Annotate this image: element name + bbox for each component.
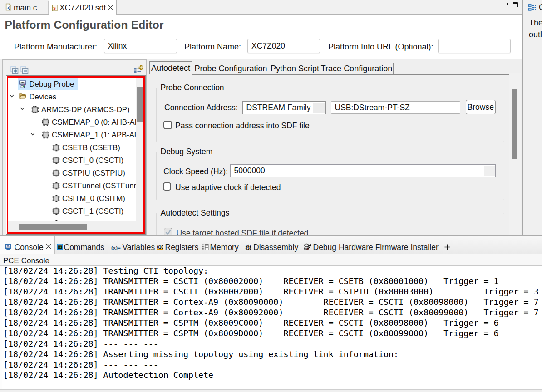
connection-address-label: Connection Address: xyxy=(164,103,238,113)
add-item-icon[interactable] xyxy=(133,65,143,74)
tree-vscroll-thumb[interactable] xyxy=(137,87,143,122)
tree-item-label: Devices xyxy=(30,92,60,103)
tree-item-label: CSETB (CSETB) xyxy=(62,142,124,153)
chip-icon xyxy=(42,118,49,126)
tree-item-CSITM_0[interactable]: CSITM_0 (CSITM) xyxy=(8,192,136,205)
tree-item-CSTFunnel[interactable]: CSTFunnel (CSTFunnel) xyxy=(8,179,136,192)
editor-tab-bar: .cmain.csXC7Z020.sdf xyxy=(0,0,522,15)
config-tab-Python-Script[interactable]: Python Script xyxy=(270,63,320,75)
tree-item-CSMEMAP_0[interactable]: CSMEMAP_0 (0: AHB-AP) xyxy=(8,116,136,128)
group-title: Probe Connection xyxy=(159,83,226,93)
tree-item-CSMEMAP_1[interactable]: CSMEMAP_1 (1: APB-AP) xyxy=(8,128,136,141)
collapse-all-icon[interactable] xyxy=(20,66,29,74)
tree-item-label: CSTPIU (CSTPIU) xyxy=(62,168,129,179)
form-input-2[interactable] xyxy=(438,39,511,53)
probe-connection-group: Probe Connection xyxy=(156,88,504,142)
device-tree: Debug ProbeDevicesARMCS-DP (ARMCS-DP)CSM… xyxy=(6,75,146,235)
chip-icon xyxy=(52,195,60,202)
editor-tab-label: XC7Z020.sdf xyxy=(59,3,106,13)
group-title: Debug System xyxy=(159,147,215,157)
tree-item-Debug[interactable]: Debug Probe xyxy=(8,78,136,90)
console-subtitle-strip: PCE Console xyxy=(0,254,542,266)
chip-icon xyxy=(52,157,60,164)
tree-item-label: CSMEMAP_1 (1: APB-AP) xyxy=(52,130,136,141)
tree-horizontal-scrollbar[interactable] xyxy=(8,221,138,233)
console-log-text: [18/02/24 14:26:28] Testing CTI topology… xyxy=(3,266,539,381)
tree-item-label: CSTFunnel (CSTFunnel) xyxy=(62,181,136,191)
tree-item-CSCTI_1[interactable]: CSCTI_1 (CSCTI) xyxy=(8,205,136,217)
console-bottom-scrollbar[interactable] xyxy=(0,389,542,392)
config-tab-Trace-Configuration[interactable]: Trace Configuration xyxy=(320,63,394,75)
group-title: Autodetect Settings xyxy=(159,208,232,218)
tree-item-CSETB[interactable]: CSETB (CSETB) xyxy=(8,141,136,154)
config-vertical-scrollbar[interactable] xyxy=(509,73,521,235)
browse-button[interactable]: Browse xyxy=(466,100,496,114)
minimize-icon[interactable] xyxy=(503,3,508,5)
probe-icon xyxy=(19,80,26,88)
outline-message-line1: There is no active editor that provides … xyxy=(529,18,542,28)
config-tab-Autodetect[interactable]: Autodetect xyxy=(149,61,192,74)
header-separator xyxy=(0,34,522,34)
svg-text:010: 010 xyxy=(157,245,163,250)
tree-item-label: Debug Probe xyxy=(30,79,78,90)
connection-family-combo[interactable]: DSTREAM Family xyxy=(242,101,326,114)
tree-item-ARMCS-DP[interactable]: ARMCS-DP (ARMCS-DP) xyxy=(8,103,136,116)
commands-icon xyxy=(57,244,63,250)
config-tab-Probe-Configuration[interactable]: Probe Configuration xyxy=(192,63,270,75)
svg-text:010: 010 xyxy=(246,247,251,250)
editor-tab-main.c[interactable]: .cmain.c xyxy=(1,1,49,14)
close-icon[interactable] xyxy=(46,244,51,249)
chevron-down-icon[interactable] xyxy=(10,94,14,98)
form-input-1[interactable]: XC7Z020 xyxy=(247,39,320,53)
console-tab-label: Commands xyxy=(64,243,104,252)
chevron-down-icon[interactable] xyxy=(20,107,25,110)
tree-item-label: ARMCS-DP (ARMCS-DP) xyxy=(41,104,133,115)
expand-all-icon[interactable] xyxy=(10,66,19,74)
console-tab-label: Registers xyxy=(165,243,199,252)
config-panel: AutodetectProbe ConfigurationPython Scri… xyxy=(149,59,521,235)
svg-text:s: s xyxy=(53,5,56,10)
sdf-file-icon: s xyxy=(52,5,58,11)
chevron-down-icon[interactable] xyxy=(30,132,35,136)
pass-address-checkbox[interactable] xyxy=(163,121,172,129)
chip-icon xyxy=(52,182,60,190)
console-tab-label: Memory xyxy=(210,243,239,252)
chip-icon xyxy=(52,144,60,152)
editor-header: Platform Configuration Editor Platform M… xyxy=(0,15,522,59)
page-title: Platform Configuration Editor xyxy=(5,19,164,31)
tree-item-Devices[interactable]: Devices xyxy=(8,90,136,103)
close-icon[interactable] xyxy=(108,5,113,10)
tree-item-CSTPIU[interactable]: CSTPIU (CSTPIU) xyxy=(8,167,136,179)
form-input-0[interactable]: Xilinx xyxy=(104,39,177,53)
tree-item-label: CSCTI_0 (CSCTI) xyxy=(62,155,127,166)
console-text-area[interactable]: [18/02/24 14:26:28] Testing CTI topology… xyxy=(0,266,542,389)
chip-icon xyxy=(31,106,39,113)
config-vscroll-thumb[interactable] xyxy=(512,89,517,159)
form-input-value: Xilinx xyxy=(108,41,127,51)
console-tab-label: Debug Hardware Firmware Installer xyxy=(313,243,439,252)
registers-icon: 010 xyxy=(157,245,163,250)
adaptive-clock-checkbox[interactable] xyxy=(163,182,171,191)
outline-title: Outline xyxy=(539,3,542,12)
clock-speed-input[interactable]: 5000000 xyxy=(230,164,496,177)
outline-message-line2: outline. xyxy=(529,30,542,39)
tree-item-CSCTI_0[interactable]: CSCTI_0 (CSCTI) xyxy=(8,154,136,167)
editor-tab-XC7Z020.sdf[interactable]: sXC7Z020.sdf xyxy=(49,0,117,15)
tree-vertical-scrollbar[interactable] xyxy=(136,77,144,233)
tree-item-label: CSITM_0 (CSITM) xyxy=(62,193,129,204)
console-tab-label: Variables xyxy=(123,243,155,252)
tree-rows: Debug ProbeDevicesARMCS-DP (ARMCS-DP)CSM… xyxy=(8,78,136,221)
maximize-icon[interactable] xyxy=(513,2,518,7)
pass-address-label: Pass connection address into SDF file xyxy=(175,121,310,131)
tree-hscroll-thumb[interactable] xyxy=(19,224,87,230)
installer-icon xyxy=(303,243,311,250)
form-label-0: Platform Manufacturer: xyxy=(14,42,97,52)
tree-item-label: CSCTI_1 (CSCTI) xyxy=(62,206,127,217)
device-tree-panel: Debug ProbeDevicesARMCS-DP (ARMCS-DP)CSM… xyxy=(2,59,147,235)
connection-address-input[interactable]: USB:DStream-PT-SZ xyxy=(331,101,461,114)
outline-panel: Outline There is no active editor that p… xyxy=(522,0,542,235)
editor-tab-label: main.c xyxy=(14,3,37,13)
add-console-tab-button[interactable] xyxy=(444,244,451,250)
combo-arrow-area[interactable] xyxy=(313,103,325,113)
config-tabstrip-line xyxy=(192,74,522,75)
